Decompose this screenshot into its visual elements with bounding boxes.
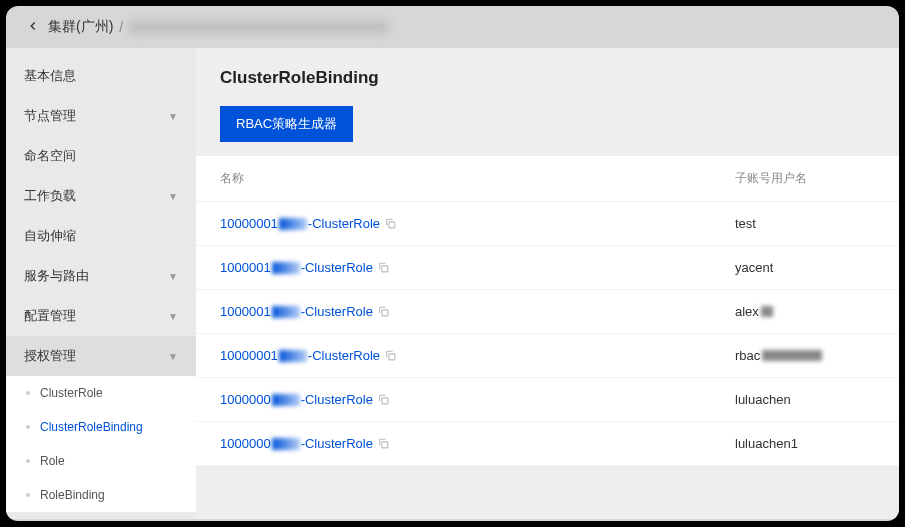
user-blurred [762,350,822,361]
table-row: 1000001-ClusterRoleyacent [196,246,899,290]
name-blurred [279,218,307,230]
sidebar-item-节点管理[interactable]: 节点管理▼ [6,96,196,136]
sidebar-item-label: 工作负载 [24,187,76,205]
name-suffix: -ClusterRole [301,304,373,319]
chevron-down-icon: ▼ [168,111,178,122]
chevron-down-icon: ▼ [168,351,178,362]
chevron-down-icon: ▼ [168,191,178,202]
name-blurred [272,438,300,450]
cell-user: luluachen1 [735,436,875,451]
sidebar-item-基本信息[interactable]: 基本信息 [6,56,196,96]
sidebar-subitem-RoleBinding[interactable]: RoleBinding [6,478,196,512]
sidebar-subitem-Role[interactable]: Role [6,444,196,478]
table-row: 1000000-ClusterRoleluluachen1 [196,422,899,466]
sidebar-item-自动伸缩[interactable]: 自动伸缩 [6,216,196,256]
svg-rect-1 [382,266,388,272]
sidebar-subitem-ClusterRoleBinding[interactable]: ClusterRoleBinding [6,410,196,444]
cell-name[interactable]: 1000001-ClusterRole [220,260,735,275]
sidebar-item-授权管理[interactable]: 授权管理▼ [6,336,196,376]
cell-user: luluachen [735,392,875,407]
back-arrow-icon[interactable] [26,19,40,36]
cell-user: alex [735,304,875,319]
chevron-down-icon: ▼ [168,311,178,322]
sidebar-item-label: 配置管理 [24,307,76,325]
cell-name[interactable]: 1000001-ClusterRole [220,304,735,319]
name-prefix: 1000000 [220,436,271,451]
sidebar-item-label: 授权管理 [24,347,76,365]
name-suffix: -ClusterRole [301,436,373,451]
table-row: 10000001-ClusterRoletest [196,202,899,246]
user-blurred [761,306,773,317]
cell-name[interactable]: 1000000-ClusterRole [220,436,735,451]
copy-icon[interactable] [384,217,397,230]
sidebar-subitem-ClusterRole[interactable]: ClusterRole [6,376,196,410]
cell-name[interactable]: 10000001-ClusterRole [220,348,735,363]
sidebar-item-label: 节点管理 [24,107,76,125]
name-blurred [272,262,300,274]
sidebar-item-服务与路由[interactable]: 服务与路由▼ [6,256,196,296]
sidebar-item-命名空间[interactable]: 命名空间 [6,136,196,176]
svg-rect-0 [389,222,395,228]
content-area: ClusterRoleBinding RBAC策略生成器 名称 子账号用户名 1… [196,48,899,519]
table-header: 名称 子账号用户名 [196,156,899,202]
rbac-generator-button[interactable]: RBAC策略生成器 [220,106,353,142]
svg-rect-5 [382,442,388,448]
cell-name[interactable]: 10000001-ClusterRole [220,216,735,231]
name-blurred [279,350,307,362]
name-prefix: 10000001 [220,216,278,231]
copy-icon[interactable] [377,305,390,318]
sidebar-item-配置管理[interactable]: 配置管理▼ [6,296,196,336]
breadcrumb-cluster[interactable]: 集群(广州) [48,18,113,36]
table-row: 1000001-ClusterRolealex [196,290,899,334]
table-row: 10000001-ClusterRolerbac [196,334,899,378]
name-suffix: -ClusterRole [301,392,373,407]
column-header-name: 名称 [220,170,735,187]
column-header-user: 子账号用户名 [735,170,875,187]
breadcrumb-current-blurred [129,20,389,34]
svg-rect-2 [382,310,388,316]
svg-rect-4 [382,398,388,404]
sidebar-item-label: 自动伸缩 [24,227,76,245]
cell-user: yacent [735,260,875,275]
copy-icon[interactable] [377,393,390,406]
copy-icon[interactable] [384,349,397,362]
page-title: ClusterRoleBinding [196,48,899,106]
cell-user: rbac [735,348,875,363]
sidebar-item-label: 基本信息 [24,67,76,85]
breadcrumb: 集群(广州) / [6,6,899,48]
name-prefix: 1000001 [220,304,271,319]
name-blurred [272,394,300,406]
table-panel: 名称 子账号用户名 10000001-ClusterRoletest100000… [196,156,899,466]
cell-name[interactable]: 1000000-ClusterRole [220,392,735,407]
sidebar-item-工作负载[interactable]: 工作负载▼ [6,176,196,216]
name-suffix: -ClusterRole [308,348,380,363]
copy-icon[interactable] [377,437,390,450]
cell-user: test [735,216,875,231]
name-suffix: -ClusterRole [301,260,373,275]
table-row: 1000000-ClusterRoleluluachen [196,378,899,422]
name-prefix: 1000001 [220,260,271,275]
name-suffix: -ClusterRole [308,216,380,231]
sidebar-item-label: 命名空间 [24,147,76,165]
name-prefix: 1000000 [220,392,271,407]
sidebar: 基本信息节点管理▼命名空间工作负载▼自动伸缩服务与路由▼配置管理▼授权管理▼Cl… [6,48,196,519]
chevron-down-icon: ▼ [168,271,178,282]
sidebar-item-label: 服务与路由 [24,267,89,285]
svg-rect-3 [389,354,395,360]
copy-icon[interactable] [377,261,390,274]
name-blurred [272,306,300,318]
breadcrumb-separator: / [119,19,123,35]
name-prefix: 10000001 [220,348,278,363]
